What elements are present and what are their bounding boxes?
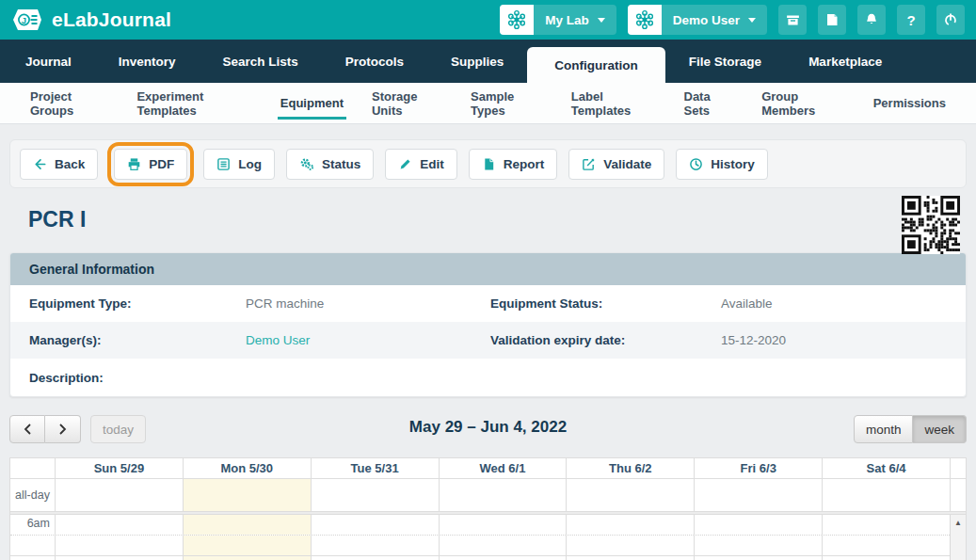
power-icon — [943, 12, 958, 27]
tab-supplies[interactable]: Supplies — [427, 40, 527, 83]
scrollbar-up-arrow[interactable]: ▲ — [951, 515, 966, 531]
all-day-cell-thu[interactable] — [566, 479, 694, 511]
equipment-status-label: Equipment Status: — [490, 296, 721, 311]
calendar-month-view-button[interactable]: month — [854, 415, 914, 443]
info-row-description: Description: — [10, 359, 966, 396]
pencil-icon — [398, 157, 412, 171]
lab-selector-dropdown[interactable]: My Lab — [500, 5, 616, 35]
equipment-type-value: PCR machine — [246, 296, 490, 311]
slot-cell[interactable] — [822, 515, 950, 535]
slot-cell[interactable] — [694, 536, 822, 555]
chevron-down-icon — [748, 18, 756, 23]
day-header-sat: Sat 6/4 — [822, 458, 950, 478]
pdf-highlight-annotation: PDF — [107, 142, 194, 186]
calendar-scrollbar[interactable]: ▲ — [950, 515, 966, 560]
general-information-header: General Information — [10, 253, 966, 285]
history-button[interactable]: History — [676, 149, 768, 180]
slot-cell[interactable] — [439, 515, 567, 535]
managers-label: Manager(s): — [29, 333, 246, 347]
slot-cell[interactable] — [694, 515, 822, 535]
time-label-spacer — [10, 536, 55, 555]
help-button[interactable]: ? — [897, 5, 925, 35]
edit-button[interactable]: Edit — [385, 149, 457, 180]
all-day-cell-sat[interactable] — [822, 479, 950, 511]
storage-box-icon — [785, 12, 801, 28]
status-button[interactable]: Status — [286, 149, 374, 180]
tab-file-storage[interactable]: File Storage — [665, 40, 785, 83]
time-label-7am: 7am — [10, 556, 55, 560]
day-header-sun: Sun 5/29 — [55, 458, 183, 478]
slot-cell[interactable] — [566, 536, 694, 555]
slot-cell[interactable] — [439, 536, 567, 555]
all-day-cell-mon-today[interactable] — [183, 479, 311, 511]
slot-cell[interactable] — [822, 536, 950, 555]
storage-box-button[interactable] — [778, 5, 807, 35]
all-day-cell-wed[interactable] — [439, 479, 567, 511]
week-calendar-grid: Sun 5/29 Mon 5/30 Tue 5/31 Wed 6/1 Thu 6… — [9, 457, 967, 560]
equipment-toolbar: Back PDF Log — [9, 139, 967, 188]
slot-cell[interactable] — [55, 536, 183, 555]
slot-cell[interactable] — [694, 556, 822, 560]
tab-configuration[interactable]: Configuration — [527, 47, 664, 83]
chevron-down-icon — [598, 18, 605, 23]
notes-icon — [824, 12, 840, 27]
slot-cell[interactable] — [311, 556, 439, 560]
slot-cell[interactable] — [566, 515, 694, 535]
slot-cell[interactable] — [55, 515, 183, 535]
all-day-cell-tue[interactable] — [311, 479, 439, 511]
slot-cell-today[interactable] — [183, 556, 311, 560]
info-row-type-status: Equipment Type: PCR machine Equipment St… — [10, 285, 966, 322]
day-header-tue: Tue 5/31 — [311, 458, 439, 478]
slot-cell-today[interactable] — [183, 536, 311, 555]
subtab-group-members[interactable]: Group Members — [761, 84, 845, 123]
file-icon — [482, 157, 496, 171]
subtab-experiment-templates[interactable]: Experiment Templates — [136, 84, 251, 123]
tab-journal[interactable]: Journal — [2, 40, 95, 83]
all-day-cell-sun[interactable] — [55, 479, 183, 511]
all-day-cell-fri[interactable] — [694, 479, 822, 511]
app-logo[interactable]: J eLabJournal — [11, 7, 171, 33]
page-title: PCR I — [28, 207, 86, 232]
time-grid: 6am — [10, 515, 966, 560]
calendar-header: today May 29 – Jun 4, 2022 month week — [9, 415, 967, 444]
tab-search-lists[interactable]: Search Lists — [200, 40, 322, 83]
lab-selector-label: My Lab — [545, 13, 589, 27]
bell-icon — [864, 12, 879, 27]
manager-link[interactable]: Demo User — [246, 333, 490, 347]
day-header-fri: Fri 6/3 — [694, 458, 822, 478]
scrollbar-gutter — [950, 458, 966, 478]
time-slot-7am: 7am — [10, 556, 950, 560]
slot-cell[interactable] — [311, 536, 439, 555]
subtab-equipment[interactable]: Equipment — [280, 90, 344, 116]
slot-cell-today[interactable] — [183, 515, 311, 535]
slot-cell[interactable] — [822, 556, 950, 560]
tab-inventory[interactable]: Inventory — [95, 40, 200, 83]
calendar-week-view-button[interactable]: week — [913, 415, 967, 443]
report-button[interactable]: Report — [469, 149, 558, 180]
subtab-permissions[interactable]: Permissions — [873, 90, 946, 116]
logout-button[interactable] — [936, 5, 965, 35]
subtab-data-sets[interactable]: Data Sets — [684, 84, 734, 123]
subtab-storage-units[interactable]: Storage Units — [372, 84, 442, 123]
subtab-project-groups[interactable]: Project Groups — [30, 84, 108, 123]
slot-cell[interactable] — [566, 556, 694, 560]
user-selector-dropdown[interactable]: Demo User — [628, 5, 767, 35]
calendar-title: May 29 – Jun 4, 2022 — [9, 418, 967, 437]
notes-button[interactable] — [818, 5, 846, 35]
slot-cell[interactable] — [439, 556, 567, 560]
slot-cell[interactable] — [55, 556, 183, 560]
back-button[interactable]: Back — [20, 149, 98, 180]
pdf-button[interactable]: PDF — [114, 149, 187, 180]
tab-protocols[interactable]: Protocols — [322, 40, 427, 83]
main-navigation: Journal Inventory Search Lists Protocols… — [0, 40, 976, 83]
gears-icon — [299, 156, 314, 171]
validate-button[interactable]: Validate — [568, 149, 664, 180]
info-row-manager-expiry: Manager(s): Demo User Validation expiry … — [10, 322, 966, 359]
subtab-label-templates[interactable]: Label Templates — [571, 84, 656, 123]
slot-cell[interactable] — [311, 515, 439, 535]
axis-spacer — [10, 458, 55, 478]
subtab-sample-types[interactable]: Sample Types — [471, 84, 543, 123]
notifications-button[interactable] — [857, 5, 886, 35]
log-button[interactable]: Log — [203, 149, 275, 180]
tab-marketplace[interactable]: Marketplace — [785, 40, 905, 83]
